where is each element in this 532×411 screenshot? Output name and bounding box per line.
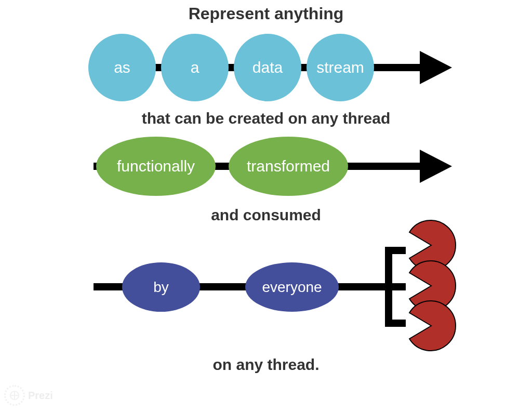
branch-line-mid [385,283,406,290]
branch-line-bot [385,320,406,327]
node-as: as [88,34,156,101]
node-data: data [234,34,301,101]
arrow-head-icon [420,150,452,183]
footer-text: on any thread. [0,356,532,374]
node-functionally: functionally [96,137,216,196]
node-stream: stream [307,34,374,101]
prezi-label: Prezi [28,390,53,402]
main-title: Represent anything [0,4,532,23]
subtitle-1: that can be created on any thread [0,110,532,127]
node-a: a [161,34,229,101]
node-by: by [122,262,200,312]
stream-row-1: as a data stream [0,29,532,107]
node-everyone: everyone [245,262,339,312]
stream-row-3: by everyone [0,227,532,347]
prezi-logo-icon [4,385,25,406]
node-transformed: transformed [229,137,348,196]
branch-line-top [385,247,406,254]
prezi-watermark: Prezi [4,385,53,406]
stream-row-2: functionally transformed [0,130,532,203]
consumer-icon [405,300,457,354]
arrow-head-icon [420,51,452,84]
